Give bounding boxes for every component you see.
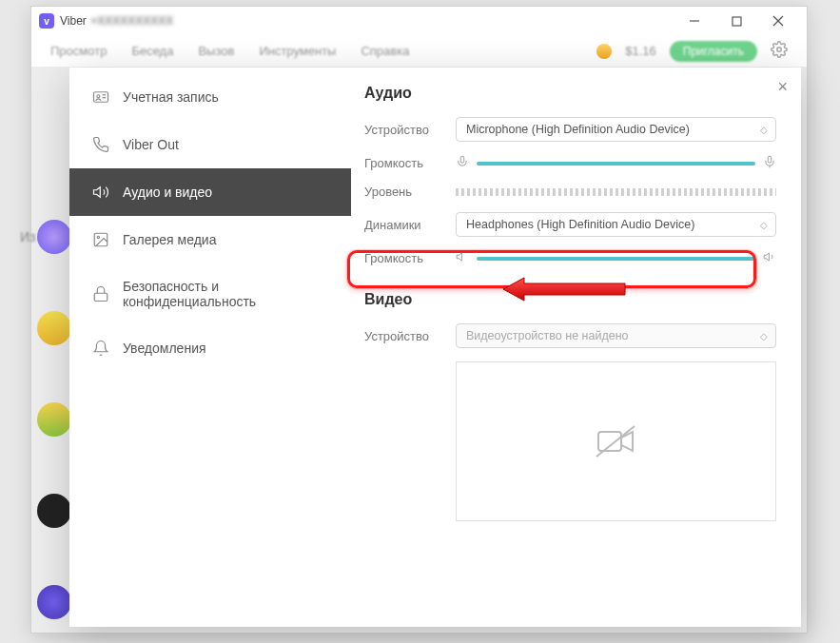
sidebar-item-viber-out[interactable]: Viber Out <box>69 121 351 168</box>
menu-call[interactable]: Вызов <box>198 44 234 58</box>
selected-value: Headphones (High Definition Audio Device… <box>466 218 694 231</box>
app-name: Viber <box>60 14 87 28</box>
audio-heading: Аудио <box>364 85 776 102</box>
sidebar-item-label: Галерея медиа <box>123 232 216 247</box>
svg-marker-10 <box>94 187 101 198</box>
microphone-select[interactable]: Microphone (High Definition Audio Device… <box>456 117 776 142</box>
svg-point-7 <box>97 95 100 98</box>
app-window: v Viber +XXXXXXXXXX ← Просмотр Беседа Вы… <box>30 6 808 633</box>
sidebar-item-account[interactable]: Учетная запись <box>69 73 351 121</box>
minimize-button[interactable] <box>674 8 715 34</box>
speakers-label: Динамики <box>364 218 446 232</box>
close-icon[interactable]: × <box>777 77 788 97</box>
mic-low-icon <box>456 155 469 171</box>
viber-logo-icon: v <box>39 13 54 29</box>
top-menu: Просмотр Беседа Вызов Инструменты Справк… <box>31 35 807 68</box>
sidebar-item-label: Аудио и видео <box>123 185 212 200</box>
maximize-button[interactable] <box>715 8 757 34</box>
svg-rect-20 <box>598 432 621 451</box>
device-label: Устройство <box>364 329 446 343</box>
phone-number: +XXXXXXXXXX <box>90 14 173 28</box>
speaker-volume-slider[interactable] <box>477 257 755 261</box>
sidebar-item-label: Безопасность и конфиденциальность <box>123 279 328 309</box>
titlebar: v Viber +XXXXXXXXXX <box>31 7 807 35</box>
sidebar-item-notifications[interactable]: Уведомления <box>69 324 351 372</box>
volume-label: Громкость <box>364 156 446 170</box>
menu-view[interactable]: Просмотр <box>50 44 107 58</box>
svg-point-4 <box>777 48 782 52</box>
level-label: Уровень <box>364 185 446 199</box>
balance[interactable]: $1.16 <box>625 44 656 58</box>
mic-level-meter <box>456 188 776 196</box>
sidebar-item-label: Уведомления <box>123 341 206 356</box>
video-device-select[interactable]: Видеоустройство не найдено ◇ <box>456 323 776 348</box>
speaker-volume-row: Громкость <box>364 250 776 266</box>
device-label: Устройство <box>364 123 446 137</box>
volume-label: Громкость <box>364 251 446 265</box>
speaker-high-icon <box>763 250 776 266</box>
svg-point-12 <box>97 236 99 238</box>
sidebar-item-privacy[interactable]: Безопасность и конфиденциальность <box>69 263 351 324</box>
settings-sidebar: Учетная запись Viber Out Аудио и видео Г… <box>69 68 351 627</box>
close-button[interactable] <box>757 8 799 34</box>
chat-avatar[interactable] <box>37 402 71 437</box>
speakers-select[interactable]: Headphones (High Definition Audio Device… <box>456 212 776 237</box>
speakers-row: Динамики Headphones (High Definition Aud… <box>364 212 776 237</box>
svg-rect-15 <box>768 156 772 163</box>
lock-icon <box>92 285 109 302</box>
id-card-icon <box>92 88 109 106</box>
chevrons-icon: ◇ <box>760 220 766 230</box>
image-icon <box>92 231 109 248</box>
chevrons-icon: ◇ <box>760 125 766 135</box>
settings-dialog: Учетная запись Viber Out Аудио и видео Г… <box>69 68 801 627</box>
mic-level-row: Уровень <box>364 185 776 199</box>
mic-volume-row: Громкость <box>364 155 776 171</box>
mic-volume-slider[interactable] <box>477 162 755 166</box>
chat-avatar[interactable] <box>37 220 71 254</box>
gear-icon[interactable] <box>771 41 788 61</box>
speaker-icon <box>92 184 109 201</box>
selected-value: Видеоустройство не найдено <box>466 329 629 342</box>
speaker-low-icon <box>456 250 469 266</box>
sidebar-item-label: Учетная запись <box>123 89 219 105</box>
phone-out-icon <box>92 136 109 153</box>
svg-rect-1 <box>733 17 741 26</box>
selected-value: Microphone (High Definition Audio Device… <box>466 123 690 136</box>
coin-icon <box>596 44 612 59</box>
chevrons-icon: ◇ <box>760 331 766 341</box>
svg-line-22 <box>596 426 635 457</box>
camera-off-icon <box>593 422 640 460</box>
menu-chat[interactable]: Беседа <box>131 44 173 58</box>
settings-content: × Аудио Устройство Microphone (High Defi… <box>351 68 801 627</box>
menu-tools[interactable]: Инструменты <box>259 44 336 58</box>
svg-marker-17 <box>457 253 461 261</box>
invite-button[interactable]: Пригласить <box>670 41 757 62</box>
video-preview <box>456 361 776 521</box>
chat-avatar[interactable] <box>37 494 71 528</box>
input-device-row: Устройство Microphone (High Definition A… <box>364 117 776 142</box>
menu-help[interactable]: Справка <box>361 44 409 58</box>
chat-avatar[interactable] <box>37 311 71 345</box>
svg-rect-13 <box>94 293 107 301</box>
section-label: Из <box>20 229 35 244</box>
video-device-row: Устройство Видеоустройство не найдено ◇ <box>364 323 776 348</box>
chat-avatar[interactable] <box>37 585 71 619</box>
sidebar-item-audio-video[interactable]: Аудио и видео <box>69 168 351 216</box>
bell-icon <box>92 340 109 357</box>
video-heading: Видео <box>364 291 776 308</box>
sidebar-item-media[interactable]: Галерея медиа <box>69 216 351 263</box>
svg-rect-14 <box>460 156 464 163</box>
sidebar-item-label: Viber Out <box>123 137 179 152</box>
svg-marker-18 <box>764 253 769 261</box>
mic-high-icon <box>763 155 776 171</box>
